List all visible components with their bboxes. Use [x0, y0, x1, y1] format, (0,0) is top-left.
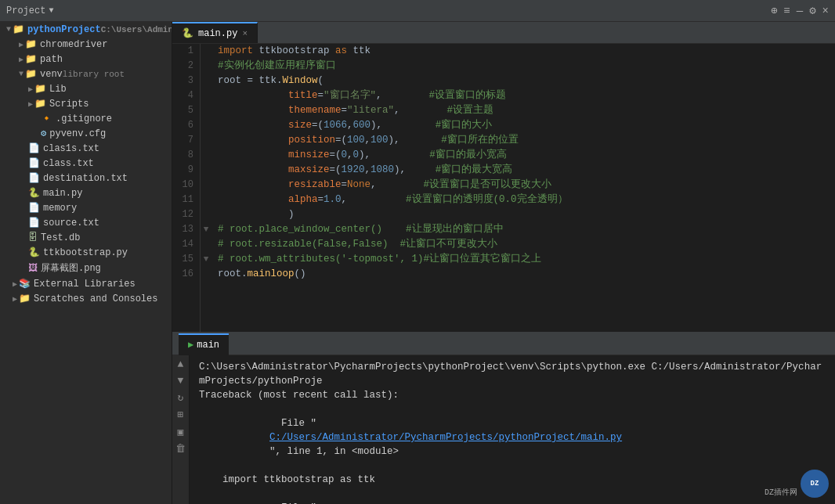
tree-item-extlibs[interactable]: ▶ 📚 External Libraries	[0, 276, 172, 291]
comment-6: #窗口的大小	[436, 118, 493, 133]
term-link-main[interactable]: C:/Users/Administrator/PycharmProjects/p…	[269, 432, 622, 443]
tree-item-pythonProject[interactable]: ▼ 📁 pythonProject C:\Users\Administrator…	[0, 22, 172, 37]
tree-item-screenshot[interactable]: 🖼 屏幕截图.png	[0, 260, 172, 276]
label-scratches: Scratches and Consoles	[34, 293, 157, 304]
fold-15[interactable]: ▼	[201, 252, 211, 267]
var-root: root = ttk.	[218, 74, 283, 88]
arrow-Lib: ▶	[28, 85, 33, 94]
tree-item-main[interactable]: 🐍 main.py	[0, 185, 172, 200]
code-line-11: alpha = 1.0 , #设置窗口的透明度(0.0完全透明）	[218, 193, 835, 207]
tree-item-chromedriver[interactable]: ▶ 📁 chromedriver	[0, 37, 172, 52]
comment-14a: # root.resizable(False,False)	[218, 237, 389, 252]
py-icon-main: 🐍	[28, 187, 40, 199]
line-num-2: 2	[175, 59, 193, 74]
tree-item-ttkbootstrap[interactable]: 🐍 ttkbootstrap.py	[0, 245, 172, 260]
tree-item-Scripts[interactable]: ▶ 📁 Scripts	[0, 96, 172, 111]
label-ttkbootstrap: ttkbootstrap.py	[43, 247, 128, 258]
code-editor[interactable]: 1 2 3 4 5 6 7 8 9 10 11 12 13 14 15 16	[172, 44, 835, 332]
rerun-icon[interactable]: ↻	[178, 391, 184, 404]
param-title: title	[288, 88, 318, 103]
bottom-panel: ▶ main ▲ ▼ ↻ ⊞ ▣ 🗑 C:\Users\Administrato…	[172, 332, 835, 504]
code-line-9: maxsize =( 1920 , 1080 ), #窗口的最大宽高	[218, 163, 835, 178]
line-num-9: 9	[175, 163, 193, 178]
arrow-path: ▶	[19, 55, 23, 64]
new-file-icon[interactable]: ⊕	[771, 4, 777, 17]
scroll-down-icon[interactable]: ▼	[178, 375, 184, 387]
line-num-1: 1	[175, 44, 193, 59]
code-line-15: # root.wm_attributes('-topmost', 1)#让窗口位…	[218, 252, 835, 267]
fold-2	[201, 59, 211, 74]
tree-item-source[interactable]: 📄 source.txt	[0, 215, 172, 230]
file-tree: ▼ 📁 pythonProject C:\Users\Administrator…	[0, 22, 172, 504]
terminal-side-icons: ▲ ▼ ↻ ⊞ ▣ 🗑	[172, 355, 190, 504]
tree-item-Lib[interactable]: ▶ 📁 Lib	[0, 81, 172, 96]
comment-8: #窗口的最小宽高	[429, 148, 507, 163]
num-1920: 1920	[342, 163, 365, 178]
fold-3	[201, 74, 211, 88]
comment-7: #窗口所在的位置	[441, 133, 519, 148]
comment-14b: #让窗口不可更改大小	[400, 237, 498, 252]
tab-run[interactable]: ▶ main	[179, 333, 229, 355]
project-label: Project ▼	[6, 5, 53, 16]
tree-item-memory[interactable]: 📄 memory	[0, 200, 172, 215]
file-icon-memory: 📄	[28, 202, 40, 214]
settings-icon[interactable]: ⚙	[809, 4, 815, 17]
fold-7	[201, 133, 211, 148]
param-size: size	[288, 118, 312, 133]
label-venv: venv	[40, 69, 63, 80]
tree-item-pyvenv[interactable]: ⚙ pyvenv.cfg	[0, 126, 172, 141]
line-num-4: 4	[175, 88, 193, 103]
fold-16	[201, 267, 211, 282]
arrow-extlibs: ▶	[13, 279, 17, 289]
fold-13[interactable]: ▼	[201, 222, 211, 237]
code-line-2: #实例化创建应用程序窗口	[218, 59, 835, 74]
label-destination: destination.txt	[43, 173, 128, 184]
tab-main-py[interactable]: 🐍 main.py ×	[172, 22, 258, 43]
comment-4: #设置窗口的标题	[429, 88, 507, 103]
tree-item-path[interactable]: ▶ 📁 path	[0, 52, 172, 67]
line-num-7: 7	[175, 133, 193, 148]
label-Lib: Lib	[49, 84, 67, 95]
tree-item-class[interactable]: 📄 class.txt	[0, 156, 172, 171]
code-content[interactable]: import ttkbootstrap as ttk #实例化创建应用程序窗口 …	[211, 44, 835, 332]
folder-icon-chromedriver: 📁	[25, 38, 37, 50]
label-Scripts: Scripts	[49, 99, 89, 110]
arrow-scratches: ▶	[13, 294, 17, 304]
structure-icon[interactable]: ≡	[783, 5, 790, 17]
scroll-up-icon[interactable]: ▲	[178, 358, 184, 370]
close-panel-icon[interactable]: ×	[822, 5, 829, 17]
terminal-content: ▲ ▼ ↻ ⊞ ▣ 🗑 C:\Users\Administrator\Pycha…	[172, 355, 835, 504]
num-600: 600	[353, 118, 371, 133]
tab-close-main-py[interactable]: ×	[242, 29, 248, 38]
param-minsize: minsize	[288, 148, 330, 163]
terminal-icon[interactable]: ▣	[178, 426, 184, 438]
tree-item-scratches[interactable]: ▶ 📁 Scratches and Consoles	[0, 291, 172, 306]
tree-item-clas1s[interactable]: 📄 clas1s.txt	[0, 141, 172, 156]
tree-item-testdb[interactable]: 🗄 Test.db	[0, 230, 172, 245]
param-maxsize: maxsize	[288, 163, 330, 178]
term-line-4: import ttkbootstrap as ttk	[199, 473, 826, 487]
tree-item-gitignore[interactable]: 🔸 .gitignore	[0, 111, 172, 126]
run-tab-label: main	[197, 340, 219, 351]
py-tab-icon: 🐍	[182, 27, 193, 39]
editor-area: 🐍 main.py × 1 2 3 4 5 6 7 8 9 10 11 12 1…	[172, 22, 835, 504]
code-line-6: size =( 1066 , 600 ), #窗口的大小	[218, 118, 835, 133]
stop-icon[interactable]: ⊞	[178, 409, 184, 421]
label-chromedriver: chromedriver	[40, 39, 107, 50]
clear-icon[interactable]: 🗑	[175, 443, 186, 455]
comment-15: # root.wm_attributes('-topmost', 1)#让窗口位…	[218, 252, 541, 267]
folder-icon-pythonProject: 📁	[13, 23, 24, 35]
comment-11: #设置窗口的透明度(0.0完全透明）	[406, 193, 568, 207]
fold-9	[201, 163, 211, 178]
code-line-3: root = ttk.Window(	[218, 74, 835, 88]
watermark-logo: DZ	[801, 470, 829, 498]
folder-icon-venv: 📁	[25, 68, 37, 80]
tree-item-destination[interactable]: 📄 destination.txt	[0, 171, 172, 185]
comment-5: #设置主题	[447, 103, 494, 118]
num-100b: 100	[371, 133, 389, 148]
tree-item-venv[interactable]: ▼ 📁 venv library root	[0, 67, 172, 81]
comment-9: #窗口的最大宽高	[436, 163, 513, 178]
label-screenshot: 屏幕截图.png	[41, 261, 101, 275]
collapse-icon[interactable]: —	[797, 5, 803, 17]
term-line-3: File " C:/Users/Administrator/PycharmPro…	[199, 402, 826, 473]
